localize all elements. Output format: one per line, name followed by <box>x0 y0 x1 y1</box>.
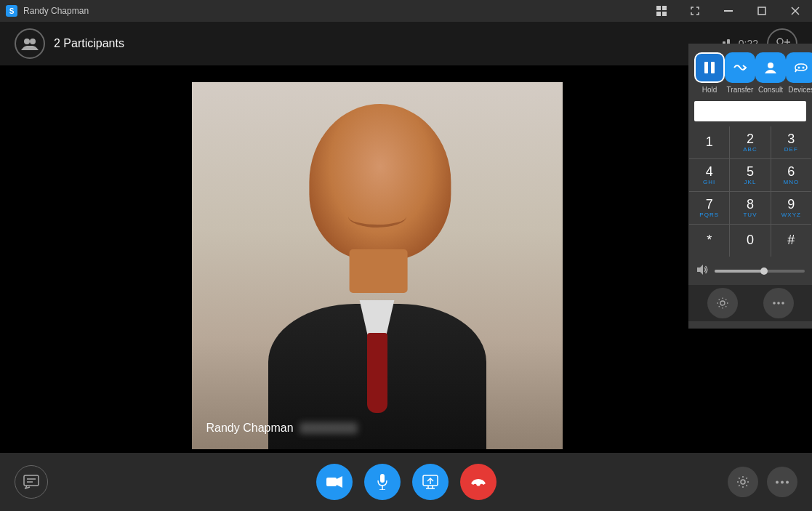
svg-marker-35 <box>697 265 703 275</box>
svg-point-38 <box>777 302 780 305</box>
svg-point-27 <box>776 480 779 483</box>
consult-button[interactable]: Consult <box>755 52 786 94</box>
video-frame <box>192 82 563 449</box>
svg-rect-0 <box>656 6 661 10</box>
svg-rect-13 <box>24 475 39 486</box>
toolbar-right <box>728 467 797 497</box>
svg-point-26 <box>741 480 745 484</box>
close-btn[interactable] <box>779 0 812 22</box>
hold-icon <box>694 52 725 83</box>
devices-label: Devices <box>788 86 812 94</box>
video-container: Randy Chapman <box>192 82 563 449</box>
svg-point-28 <box>781 480 784 483</box>
tile-btn[interactable] <box>645 0 678 22</box>
bottom-toolbar <box>0 453 812 511</box>
hold-label: Hold <box>702 86 717 94</box>
key-0[interactable]: 0 <box>730 225 770 257</box>
name-blur <box>300 422 358 434</box>
restore-btn[interactable] <box>745 0 779 22</box>
svg-point-39 <box>781 302 784 305</box>
svg-rect-30 <box>704 62 708 73</box>
minimize-btn[interactable] <box>712 0 745 22</box>
participants-button[interactable] <box>15 28 45 59</box>
key-1[interactable]: 1 <box>689 126 729 158</box>
video-button[interactable] <box>316 464 353 500</box>
chat-button[interactable] <box>15 465 48 499</box>
svg-point-29 <box>786 480 789 483</box>
more-options-button[interactable] <box>767 467 797 497</box>
dialpad-panel: Hold Transfer Consult <box>688 44 812 329</box>
key-hash[interactable]: # <box>771 225 811 257</box>
key-9[interactable]: 9 WXYZ <box>771 192 811 224</box>
panel-settings-button[interactable] <box>707 288 738 318</box>
svg-point-36 <box>720 301 725 305</box>
svg-rect-4 <box>724 10 733 12</box>
consult-icon <box>755 52 786 83</box>
svg-rect-31 <box>711 62 715 73</box>
settings-button[interactable] <box>728 467 758 497</box>
toolbar-center <box>316 464 497 500</box>
toolbar-left <box>15 465 48 499</box>
key-4[interactable]: 4 GHI <box>689 159 729 191</box>
key-2[interactable]: 2 ABC <box>730 126 770 158</box>
svg-point-33 <box>798 67 800 69</box>
title-bar-controls <box>645 0 812 22</box>
svg-rect-1 <box>662 6 667 10</box>
devices-button[interactable]: Devices <box>786 52 812 94</box>
key-3[interactable]: 3 DEF <box>771 126 811 158</box>
svg-rect-2 <box>656 12 661 16</box>
consult-label: Consult <box>758 86 783 94</box>
title-bar: S Randy Chapman <box>0 0 812 22</box>
volume-fill <box>715 270 764 273</box>
volume-thumb <box>760 267 768 275</box>
svg-point-8 <box>24 39 30 44</box>
volume-icon <box>696 263 709 279</box>
hold-button[interactable]: Hold <box>694 52 725 94</box>
participants-count: 2 Participants <box>54 37 124 50</box>
keypad: 1 2 ABC 3 DEF 4 GHI 5 JKL 6 MNO <box>689 126 811 257</box>
video-person-name: Randy Chapman <box>206 422 294 435</box>
svg-point-9 <box>30 39 36 44</box>
action-buttons-row: Hold Transfer Consult <box>688 44 812 97</box>
transfer-button[interactable]: Transfer <box>725 52 755 94</box>
svg-point-32 <box>768 63 773 68</box>
panel-footer <box>688 285 812 321</box>
hang-up-button[interactable] <box>460 464 497 500</box>
svg-rect-18 <box>380 474 385 483</box>
main-content: 2 Participants 0:22 <box>0 22 812 511</box>
svg-point-37 <box>773 302 776 305</box>
expand-btn[interactable] <box>678 0 712 22</box>
mute-button[interactable] <box>364 464 401 500</box>
skype-icon: S <box>6 5 17 17</box>
transfer-label: Transfer <box>727 86 754 94</box>
dial-input[interactable] <box>694 101 806 121</box>
key-6[interactable]: 6 MNO <box>771 159 811 191</box>
panel-more-button[interactable] <box>763 288 794 318</box>
key-7[interactable]: 7 PQRS <box>689 192 729 224</box>
screen-share-button[interactable] <box>412 464 449 500</box>
devices-icon <box>786 52 812 83</box>
svg-rect-5 <box>758 7 765 15</box>
title-bar-title: Randy Chapman <box>23 6 89 16</box>
video-name-overlay: Randy Chapman <box>206 422 358 435</box>
svg-point-34 <box>803 67 805 69</box>
key-8[interactable]: 8 TUV <box>730 192 770 224</box>
volume-slider[interactable] <box>715 270 805 273</box>
key-5[interactable]: 5 JKL <box>730 159 770 191</box>
dial-input-container <box>688 97 812 126</box>
title-bar-left: S Randy Chapman <box>0 5 89 17</box>
volume-row <box>688 257 812 285</box>
key-star[interactable]: * <box>689 225 729 257</box>
svg-marker-17 <box>337 476 342 488</box>
transfer-icon <box>725 52 755 83</box>
svg-rect-16 <box>326 478 337 486</box>
svg-rect-3 <box>662 12 667 16</box>
